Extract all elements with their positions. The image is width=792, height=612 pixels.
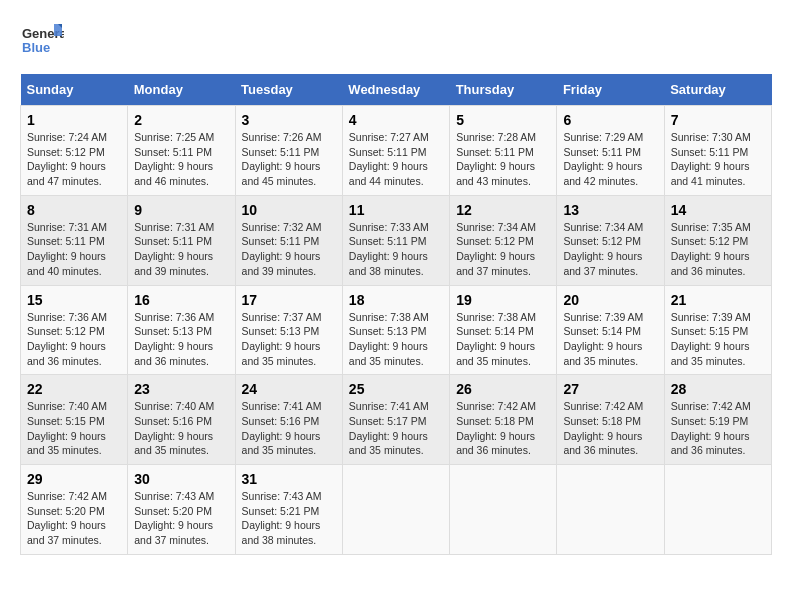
day-info: Sunrise: 7:38 AMSunset: 5:13 PMDaylight:…	[349, 311, 429, 367]
calendar-cell: 16 Sunrise: 7:36 AMSunset: 5:13 PMDaylig…	[128, 285, 235, 375]
day-info: Sunrise: 7:41 AMSunset: 5:16 PMDaylight:…	[242, 400, 322, 456]
day-info: Sunrise: 7:26 AMSunset: 5:11 PMDaylight:…	[242, 131, 322, 187]
day-number: 22	[27, 381, 121, 397]
calendar-cell: 31 Sunrise: 7:43 AMSunset: 5:21 PMDaylig…	[235, 465, 342, 555]
day-number: 3	[242, 112, 336, 128]
day-number: 19	[456, 292, 550, 308]
calendar-cell: 19 Sunrise: 7:38 AMSunset: 5:14 PMDaylig…	[450, 285, 557, 375]
day-number: 25	[349, 381, 443, 397]
calendar-cell: 4 Sunrise: 7:27 AMSunset: 5:11 PMDayligh…	[342, 106, 449, 196]
day-info: Sunrise: 7:31 AMSunset: 5:11 PMDaylight:…	[27, 221, 107, 277]
day-number: 5	[456, 112, 550, 128]
day-number: 8	[27, 202, 121, 218]
day-number: 24	[242, 381, 336, 397]
day-info: Sunrise: 7:40 AMSunset: 5:15 PMDaylight:…	[27, 400, 107, 456]
day-number: 12	[456, 202, 550, 218]
column-header-friday: Friday	[557, 74, 664, 106]
calendar-cell: 7 Sunrise: 7:30 AMSunset: 5:11 PMDayligh…	[664, 106, 771, 196]
calendar-cell: 25 Sunrise: 7:41 AMSunset: 5:17 PMDaylig…	[342, 375, 449, 465]
week-row-4: 22 Sunrise: 7:40 AMSunset: 5:15 PMDaylig…	[21, 375, 772, 465]
calendar-cell: 17 Sunrise: 7:37 AMSunset: 5:13 PMDaylig…	[235, 285, 342, 375]
day-info: Sunrise: 7:36 AMSunset: 5:13 PMDaylight:…	[134, 311, 214, 367]
day-number: 23	[134, 381, 228, 397]
day-info: Sunrise: 7:35 AMSunset: 5:12 PMDaylight:…	[671, 221, 751, 277]
day-number: 20	[563, 292, 657, 308]
calendar-cell	[664, 465, 771, 555]
calendar-cell: 8 Sunrise: 7:31 AMSunset: 5:11 PMDayligh…	[21, 195, 128, 285]
day-number: 29	[27, 471, 121, 487]
calendar-cell: 22 Sunrise: 7:40 AMSunset: 5:15 PMDaylig…	[21, 375, 128, 465]
day-number: 6	[563, 112, 657, 128]
svg-text:Blue: Blue	[22, 40, 50, 55]
header-row: SundayMondayTuesdayWednesdayThursdayFrid…	[21, 74, 772, 106]
calendar-cell: 6 Sunrise: 7:29 AMSunset: 5:11 PMDayligh…	[557, 106, 664, 196]
day-info: Sunrise: 7:33 AMSunset: 5:11 PMDaylight:…	[349, 221, 429, 277]
calendar-cell: 13 Sunrise: 7:34 AMSunset: 5:12 PMDaylig…	[557, 195, 664, 285]
calendar-cell: 26 Sunrise: 7:42 AMSunset: 5:18 PMDaylig…	[450, 375, 557, 465]
day-number: 28	[671, 381, 765, 397]
day-info: Sunrise: 7:24 AMSunset: 5:12 PMDaylight:…	[27, 131, 107, 187]
day-info: Sunrise: 7:39 AMSunset: 5:14 PMDaylight:…	[563, 311, 643, 367]
day-info: Sunrise: 7:38 AMSunset: 5:14 PMDaylight:…	[456, 311, 536, 367]
calendar-cell: 18 Sunrise: 7:38 AMSunset: 5:13 PMDaylig…	[342, 285, 449, 375]
calendar-cell: 24 Sunrise: 7:41 AMSunset: 5:16 PMDaylig…	[235, 375, 342, 465]
day-info: Sunrise: 7:29 AMSunset: 5:11 PMDaylight:…	[563, 131, 643, 187]
calendar-cell: 14 Sunrise: 7:35 AMSunset: 5:12 PMDaylig…	[664, 195, 771, 285]
day-info: Sunrise: 7:30 AMSunset: 5:11 PMDaylight:…	[671, 131, 751, 187]
calendar-cell: 1 Sunrise: 7:24 AMSunset: 5:12 PMDayligh…	[21, 106, 128, 196]
day-info: Sunrise: 7:42 AMSunset: 5:19 PMDaylight:…	[671, 400, 751, 456]
day-number: 17	[242, 292, 336, 308]
column-header-monday: Monday	[128, 74, 235, 106]
day-info: Sunrise: 7:25 AMSunset: 5:11 PMDaylight:…	[134, 131, 214, 187]
day-info: Sunrise: 7:41 AMSunset: 5:17 PMDaylight:…	[349, 400, 429, 456]
day-info: Sunrise: 7:43 AMSunset: 5:21 PMDaylight:…	[242, 490, 322, 546]
day-info: Sunrise: 7:39 AMSunset: 5:15 PMDaylight:…	[671, 311, 751, 367]
calendar-table: SundayMondayTuesdayWednesdayThursdayFrid…	[20, 74, 772, 555]
day-info: Sunrise: 7:42 AMSunset: 5:20 PMDaylight:…	[27, 490, 107, 546]
column-header-wednesday: Wednesday	[342, 74, 449, 106]
calendar-cell: 23 Sunrise: 7:40 AMSunset: 5:16 PMDaylig…	[128, 375, 235, 465]
day-number: 10	[242, 202, 336, 218]
column-header-sunday: Sunday	[21, 74, 128, 106]
calendar-cell: 2 Sunrise: 7:25 AMSunset: 5:11 PMDayligh…	[128, 106, 235, 196]
week-row-3: 15 Sunrise: 7:36 AMSunset: 5:12 PMDaylig…	[21, 285, 772, 375]
day-info: Sunrise: 7:42 AMSunset: 5:18 PMDaylight:…	[563, 400, 643, 456]
column-header-thursday: Thursday	[450, 74, 557, 106]
day-number: 21	[671, 292, 765, 308]
day-info: Sunrise: 7:40 AMSunset: 5:16 PMDaylight:…	[134, 400, 214, 456]
day-number: 15	[27, 292, 121, 308]
day-info: Sunrise: 7:34 AMSunset: 5:12 PMDaylight:…	[563, 221, 643, 277]
day-info: Sunrise: 7:36 AMSunset: 5:12 PMDaylight:…	[27, 311, 107, 367]
day-info: Sunrise: 7:27 AMSunset: 5:11 PMDaylight:…	[349, 131, 429, 187]
day-number: 26	[456, 381, 550, 397]
day-number: 11	[349, 202, 443, 218]
day-number: 14	[671, 202, 765, 218]
calendar-cell: 10 Sunrise: 7:32 AMSunset: 5:11 PMDaylig…	[235, 195, 342, 285]
day-info: Sunrise: 7:37 AMSunset: 5:13 PMDaylight:…	[242, 311, 322, 367]
day-number: 13	[563, 202, 657, 218]
day-info: Sunrise: 7:34 AMSunset: 5:12 PMDaylight:…	[456, 221, 536, 277]
week-row-2: 8 Sunrise: 7:31 AMSunset: 5:11 PMDayligh…	[21, 195, 772, 285]
day-number: 2	[134, 112, 228, 128]
day-number: 16	[134, 292, 228, 308]
day-number: 30	[134, 471, 228, 487]
day-info: Sunrise: 7:31 AMSunset: 5:11 PMDaylight:…	[134, 221, 214, 277]
day-number: 9	[134, 202, 228, 218]
column-header-saturday: Saturday	[664, 74, 771, 106]
day-number: 1	[27, 112, 121, 128]
day-info: Sunrise: 7:43 AMSunset: 5:20 PMDaylight:…	[134, 490, 214, 546]
calendar-cell: 29 Sunrise: 7:42 AMSunset: 5:20 PMDaylig…	[21, 465, 128, 555]
calendar-cell: 20 Sunrise: 7:39 AMSunset: 5:14 PMDaylig…	[557, 285, 664, 375]
calendar-cell: 5 Sunrise: 7:28 AMSunset: 5:11 PMDayligh…	[450, 106, 557, 196]
calendar-cell: 27 Sunrise: 7:42 AMSunset: 5:18 PMDaylig…	[557, 375, 664, 465]
day-info: Sunrise: 7:28 AMSunset: 5:11 PMDaylight:…	[456, 131, 536, 187]
calendar-cell: 9 Sunrise: 7:31 AMSunset: 5:11 PMDayligh…	[128, 195, 235, 285]
calendar-cell	[342, 465, 449, 555]
calendar-cell: 21 Sunrise: 7:39 AMSunset: 5:15 PMDaylig…	[664, 285, 771, 375]
day-number: 27	[563, 381, 657, 397]
logo-svg: General Blue	[20, 20, 64, 64]
calendar-cell: 30 Sunrise: 7:43 AMSunset: 5:20 PMDaylig…	[128, 465, 235, 555]
day-number: 7	[671, 112, 765, 128]
calendar-cell: 28 Sunrise: 7:42 AMSunset: 5:19 PMDaylig…	[664, 375, 771, 465]
calendar-cell: 11 Sunrise: 7:33 AMSunset: 5:11 PMDaylig…	[342, 195, 449, 285]
